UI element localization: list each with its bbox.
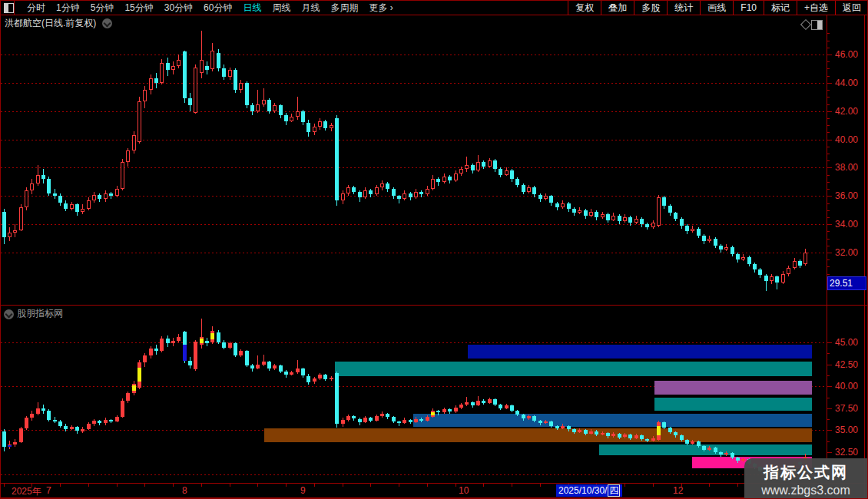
period-tab-1分钟[interactable]: 1分钟 — [51, 1, 85, 15]
candle-body[interactable] — [25, 190, 28, 207]
axis-tick[interactable] — [827, 408, 832, 409]
candle-body[interactable] — [436, 411, 440, 412]
candle-body[interactable] — [431, 179, 435, 189]
axis-price-label[interactable]: 42.50 — [835, 359, 858, 370]
candle-body[interactable] — [731, 247, 734, 254]
support-band-navy[interactable] — [468, 345, 812, 359]
candle-body[interactable] — [567, 203, 571, 209]
candle-body[interactable] — [217, 53, 220, 68]
candle-body[interactable] — [555, 426, 559, 428]
candle-body[interactable] — [747, 257, 751, 264]
axis-price-label[interactable]: 36.00 — [835, 190, 858, 201]
candle-body[interactable] — [549, 421, 553, 426]
timeline-week-tick[interactable] — [540, 484, 541, 487]
painted-candle-segment[interactable] — [8, 445, 12, 447]
painted-candle-segment[interactable] — [137, 368, 141, 382]
candle-body[interactable] — [702, 236, 706, 241]
candle-body[interactable] — [301, 111, 305, 123]
candle-body[interactable] — [606, 214, 610, 220]
candle-body[interactable] — [680, 435, 684, 440]
candle-body[interactable] — [380, 183, 384, 188]
candle-body[interactable] — [58, 196, 62, 203]
candle-body[interactable] — [397, 196, 401, 199]
candle-body[interactable] — [313, 378, 316, 382]
candle-body[interactable] — [454, 173, 458, 180]
candle-body[interactable] — [753, 264, 757, 269]
candle-body[interactable] — [126, 393, 130, 400]
candle-body[interactable] — [691, 229, 694, 232]
candle-body[interactable] — [92, 421, 96, 425]
candle-body[interactable] — [392, 189, 396, 196]
candle-body[interactable] — [70, 204, 74, 209]
candle-body[interactable] — [623, 435, 627, 437]
axis-price-label[interactable]: 40.00 — [835, 134, 858, 145]
candle-body[interactable] — [92, 195, 96, 200]
support-band-teal-mid[interactable] — [654, 398, 812, 411]
timeline-week-tick[interactable] — [709, 484, 710, 487]
candle-body[interactable] — [194, 342, 197, 370]
candle-body[interactable] — [770, 276, 774, 281]
candle-body[interactable] — [736, 458, 740, 461]
timeline-month-label[interactable]: 12 — [673, 485, 683, 496]
axis-price-label[interactable]: 37.50 — [835, 403, 858, 414]
candle-body[interactable] — [41, 408, 45, 411]
candle-body[interactable] — [262, 362, 266, 364]
candle-body[interactable] — [256, 104, 260, 111]
candle-body[interactable] — [121, 162, 124, 189]
timeline-week-tick[interactable] — [88, 484, 89, 487]
candle-body[interactable] — [403, 420, 406, 424]
candle-body[interactable] — [640, 219, 644, 224]
candle-body[interactable] — [210, 51, 214, 69]
candle-body[interactable] — [640, 435, 644, 439]
candle-body[interactable] — [177, 60, 181, 65]
candle-body[interactable] — [267, 362, 271, 368]
candle-body[interactable] — [306, 376, 310, 382]
candle-body[interactable] — [115, 189, 119, 196]
candle-body[interactable] — [386, 183, 389, 189]
candle-body[interactable] — [741, 459, 745, 461]
candle-body[interactable] — [724, 247, 728, 250]
timeline-week-tick[interactable] — [399, 484, 399, 487]
gridline[interactable] — [1, 55, 827, 55]
candle-body[interactable] — [126, 150, 130, 162]
support-band-purple[interactable] — [654, 381, 812, 395]
candle-body[interactable] — [341, 420, 345, 425]
candle-body[interactable] — [375, 187, 379, 194]
timeline-week-tick[interactable] — [286, 484, 287, 487]
candle-body[interactable] — [680, 219, 684, 226]
candle-body[interactable] — [505, 405, 509, 408]
candle-body[interactable] — [465, 402, 469, 405]
candle-body[interactable] — [724, 453, 728, 454]
gridline[interactable] — [1, 474, 827, 475]
candle-body[interactable] — [13, 230, 17, 233]
candle-body[interactable] — [651, 438, 655, 441]
candle-body[interactable] — [409, 193, 412, 198]
candle-body[interactable] — [426, 417, 429, 421]
candle-body[interactable] — [697, 229, 701, 236]
candle-body[interactable] — [532, 187, 536, 194]
candle-body[interactable] — [25, 418, 28, 428]
timeline-week-tick[interactable] — [512, 484, 512, 487]
candle-body[interactable] — [352, 416, 356, 418]
candle-body[interactable] — [392, 417, 396, 421]
candle-body[interactable] — [403, 193, 406, 199]
candle-body[interactable] — [335, 373, 339, 424]
support-band-steel-blue[interactable] — [413, 414, 812, 427]
candle-body[interactable] — [323, 375, 327, 379]
candle-body[interactable] — [662, 422, 666, 428]
candle-body[interactable] — [188, 361, 192, 365]
axis-price-label[interactable]: 44.00 — [835, 78, 858, 88]
action-button-返回[interactable]: 返回 — [836, 1, 868, 15]
support-band-brown[interactable] — [264, 428, 812, 442]
candle-body[interactable] — [482, 162, 485, 167]
candle-body[interactable] — [234, 343, 237, 355]
candle-body[interactable] — [70, 427, 74, 429]
candle-body[interactable] — [222, 68, 226, 77]
gridline[interactable] — [1, 140, 827, 140]
candle-body[interactable] — [764, 276, 768, 281]
candle-body[interactable] — [121, 401, 124, 418]
candle-body[interactable] — [611, 216, 615, 220]
candle-body[interactable] — [171, 341, 175, 343]
axis-tick[interactable] — [827, 452, 832, 453]
candle-body[interactable] — [166, 339, 170, 343]
